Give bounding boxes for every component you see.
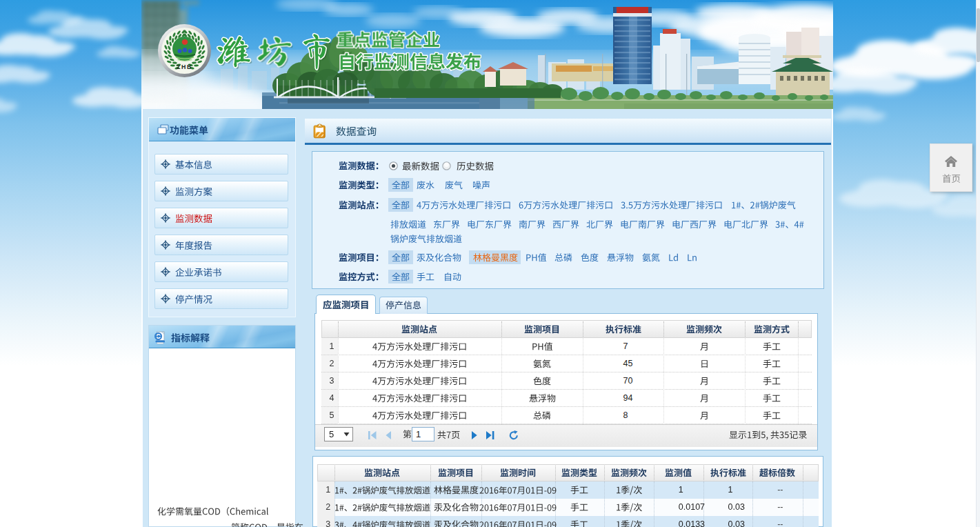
svg-text:ZHB: ZHB <box>177 63 192 70</box>
